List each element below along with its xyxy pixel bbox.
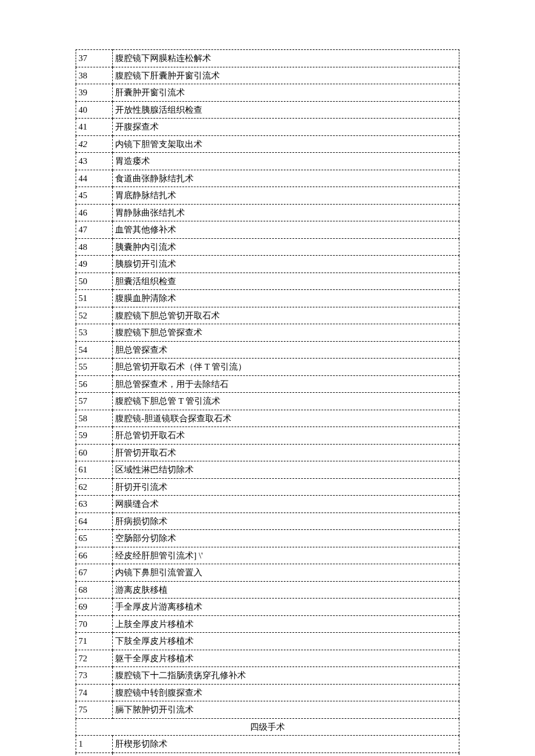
procedure-name: 血管其他修补术: [113, 221, 459, 239]
row-number: 68: [76, 581, 113, 599]
procedure-name: 胆总管探查术，用于去除结石: [113, 375, 459, 393]
row-number: 63: [76, 496, 113, 513]
row-number: 73: [76, 667, 113, 685]
row-number: 64: [76, 513, 113, 530]
table-row: 71下肢全厚皮片移植术: [76, 633, 459, 650]
procedure-name: 肝总管切开取石术: [113, 427, 459, 445]
section-header: 四级手术: [76, 718, 459, 736]
procedure-name: 胃造瘘术: [113, 153, 459, 170]
procedure-name: 肝切开引流术: [113, 478, 459, 496]
table-row: 67内镜下鼻胆引流管置入: [76, 564, 459, 582]
row-number: 44: [76, 170, 113, 187]
row-number: 62: [76, 478, 113, 496]
row-number: 48: [76, 238, 113, 256]
procedure-name: 肝病损切除术: [113, 513, 459, 530]
procedure-name: 胰腺切开引流术: [113, 256, 459, 273]
procedure-name: 空肠部分切除术: [113, 530, 459, 547]
procedure-name: 肝管切开取石术: [113, 444, 459, 461]
procedure-name: 肝囊肿开窗引流术: [113, 84, 459, 102]
procedure-name: 胃底静脉结扎术: [113, 187, 459, 205]
row-number: 65: [76, 530, 113, 547]
table-row: 46胃静脉曲张结扎术: [76, 204, 459, 221]
procedure-name: 腹腔镜中转剖腹探查术: [113, 684, 459, 701]
procedure-name: 腹膜血肿清除术: [113, 290, 459, 307]
procedure-name: 下肢全厚皮片移植术: [113, 633, 459, 650]
table-row: 54胆总管探查术: [76, 341, 459, 359]
row-number: 45: [76, 187, 113, 205]
procedure-name: 上肢全厚皮片移植术: [113, 615, 459, 633]
row-number: 69: [76, 599, 113, 616]
table-row: 2腹腔镜下肝楔形切除术: [76, 753, 459, 756]
table-row: 72躯干全厚皮片移植术: [76, 650, 459, 667]
row-number: 38: [76, 67, 113, 84]
table-row: 52腹腔镜下胆总管切开取石术: [76, 307, 459, 324]
procedure-name: 经皮经肝胆管引流术] \': [113, 547, 459, 564]
table-row: 69手全厚皮片游离移植术: [76, 599, 459, 616]
row-number: 52: [76, 307, 113, 324]
row-number: 47: [76, 221, 113, 239]
table-row: 1肝楔形切除术: [76, 736, 459, 753]
table-row: 41开腹探查术: [76, 119, 459, 136]
table-row: 62肝切开引流术: [76, 478, 459, 496]
procedure-name: 腹腔镜下胆总管 T 管引流术: [113, 393, 459, 410]
procedure-name: 开放性胰腺活组织检查: [113, 101, 459, 119]
table-row: 39肝囊肿开窗引流术: [76, 84, 459, 102]
table-row: 49胰腺切开引流术: [76, 256, 459, 273]
procedure-name: 肝楔形切除术: [113, 736, 459, 753]
row-number: 2: [76, 753, 113, 756]
procedure-table: 37腹腔镜下网膜粘连松解术38腹腔镜下肝囊肿开窗引流术39肝囊肿开窗引流术40开…: [76, 49, 459, 756]
row-number: 51: [76, 290, 113, 307]
row-number: 67: [76, 564, 113, 582]
procedure-name: 腹腔镜下胆总管切开取石术: [113, 307, 459, 324]
procedure-name: 内镜下胆管支架取出术: [113, 135, 459, 153]
table-row: 43胃造瘘术: [76, 153, 459, 170]
row-number: 66: [76, 547, 113, 564]
row-number: 1: [76, 736, 113, 753]
row-number: 60: [76, 444, 113, 461]
row-number: 50: [76, 273, 113, 290]
table-row: 51腹膜血肿清除术: [76, 290, 459, 307]
procedure-name: 腹腔镜下网膜粘连松解术: [113, 50, 459, 67]
row-number: 54: [76, 341, 113, 359]
table-row: 73腹腔镜下十二指肠溃疡穿孔修补术: [76, 667, 459, 685]
table-row: 65空肠部分切除术: [76, 530, 459, 547]
procedure-name: 游离皮肤移植: [113, 581, 459, 599]
row-number: 72: [76, 650, 113, 667]
procedure-name: 胆总管探查术: [113, 341, 459, 359]
table-row: 38腹腔镜下肝囊肿开窗引流术: [76, 67, 459, 84]
row-number: 55: [76, 359, 113, 376]
row-number: 41: [76, 119, 113, 136]
procedure-name: 手全厚皮片游离移植术: [113, 599, 459, 616]
procedure-name: 腹腔镜下肝楔形切除术: [113, 753, 459, 756]
table-row: 47血管其他修补术: [76, 221, 459, 239]
table-row: 57腹腔镜下胆总管 T 管引流术: [76, 393, 459, 410]
row-number: 70: [76, 615, 113, 633]
procedure-name: 躯干全厚皮片移植术: [113, 650, 459, 667]
procedure-name: 胰囊肿内引流术: [113, 238, 459, 256]
row-number: 42: [76, 135, 113, 153]
table-row: 58腹腔镜-胆道镜联合探查取石术: [76, 410, 459, 427]
row-number: 39: [76, 84, 113, 102]
table-row: 44食道曲张静脉结扎术: [76, 170, 459, 187]
table-row: 64肝病损切除术: [76, 513, 459, 530]
table-row: 40开放性胰腺活组织检查: [76, 101, 459, 119]
procedure-name: 胆囊活组织检查: [113, 273, 459, 290]
row-number: 74: [76, 684, 113, 701]
table-row: 61区域性淋巴结切除术: [76, 461, 459, 479]
table-row: 70上肢全厚皮片移植术: [76, 615, 459, 633]
row-number: 61: [76, 461, 113, 479]
row-number: 71: [76, 633, 113, 650]
row-number: 37: [76, 50, 113, 67]
procedure-name: 食道曲张静脉结扎术: [113, 170, 459, 187]
procedure-name: 内镜下鼻胆引流管置入: [113, 564, 459, 582]
procedure-name: 胃静脉曲张结扎术: [113, 204, 459, 221]
row-number: 75: [76, 701, 113, 719]
row-number: 49: [76, 256, 113, 273]
table-row: 63网膜缝合术: [76, 496, 459, 513]
procedure-name: 膈下脓肿切开引流术: [113, 701, 459, 719]
table-row: 53腹腔镜下胆总管探查术: [76, 324, 459, 342]
table-row: 37腹腔镜下网膜粘连松解术: [76, 50, 459, 67]
procedure-name: 区域性淋巴结切除术: [113, 461, 459, 479]
procedure-name: 胆总管切开取石术（伴 T 管引流）: [113, 359, 459, 376]
procedure-name: 网膜缝合术: [113, 496, 459, 513]
